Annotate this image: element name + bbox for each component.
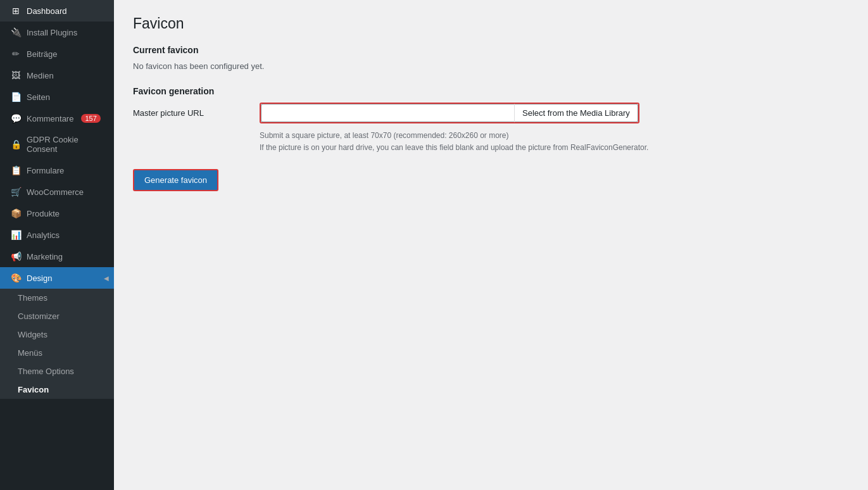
marketing-icon: 📢 [10,251,22,261]
sidebar-item-kommentare[interactable]: 💬 Kommentare 157 [0,108,114,129]
sidebar-subitem-menus[interactable]: Menüs [0,344,114,362]
plugin-icon: 🔌 [10,27,22,37]
sidebar-item-label: Dashboard [27,6,67,16]
sidebar-item-label: WooCommerce [27,187,84,197]
analytics-icon: 📊 [10,230,22,240]
sidebar-item-label: Design [27,273,52,283]
master-picture-row: Master picture URL Select from the Media… [133,103,849,123]
gdpr-icon: 🔒 [10,139,22,149]
page-title: Favicon [133,15,849,32]
sidebar-item-marketing[interactable]: 📢 Marketing [0,246,114,267]
pages-icon: 📄 [10,92,22,102]
design-submenu: Themes Customizer Widgets Menüs Theme Op… [0,289,114,399]
sidebar-item-label: Formulare [27,166,64,175]
sidebar-item-woocommerce[interactable]: 🛒 WooCommerce [0,181,114,203]
master-picture-label: Master picture URL [133,108,260,118]
sidebar-item-design[interactable]: 🎨 Design ◀ [0,267,114,289]
master-picture-input[interactable] [261,104,514,122]
chevron-icon: ◀ [104,275,109,282]
forms-icon: 📋 [10,165,22,175]
media-library-button[interactable]: Select from the Media Library [514,104,638,122]
comments-icon: 💬 [10,113,22,123]
favicon-generation-section: Favicon generation Master picture URL Se… [133,86,849,191]
generation-title: Favicon generation [133,86,849,96]
sidebar-subitem-widgets[interactable]: Widgets [0,325,114,344]
sidebar-item-medien[interactable]: 🖼 Medien [0,65,114,86]
generate-favicon-button[interactable]: Generate favicon [133,169,218,191]
hint-line1: Submit a square picture, at least 70x70 … [260,130,849,142]
field-hint: Submit a square picture, at least 70x70 … [260,130,849,154]
sidebar-item-label: Seiten [27,92,50,102]
posts-icon: ✏ [10,49,22,59]
sidebar-item-label: GDPR Cookie Consent [27,135,106,154]
sidebar: ⊞ Dashboard 🔌 Install Plugins ✏ Beiträge… [0,0,114,490]
sidebar-item-seiten[interactable]: 📄 Seiten [0,86,114,108]
sidebar-subitem-favicon[interactable]: Favicon [0,380,114,399]
sidebar-item-install-plugins[interactable]: 🔌 Install Plugins [0,22,114,43]
comments-badge: 157 [81,114,100,123]
sidebar-item-dashboard[interactable]: ⊞ Dashboard [0,0,114,22]
sidebar-item-gdpr[interactable]: 🔒 GDPR Cookie Consent [0,129,114,160]
sidebar-item-label: Produkte [27,209,60,218]
sidebar-item-label: Beiträge [27,49,57,59]
sidebar-item-formulare[interactable]: 📋 Formulare [0,160,114,181]
sidebar-subitem-theme-options[interactable]: Theme Options [0,362,114,380]
hint-line2: If the picture is on your hard drive, yo… [260,142,849,154]
sidebar-item-label: Kommentare [27,114,73,123]
sidebar-item-label: Install Plugins [27,28,77,37]
sidebar-item-label: Analytics [27,230,60,240]
products-icon: 📦 [10,208,22,218]
sidebar-item-label: Medien [27,71,54,80]
current-favicon-title: Current favicon [133,45,849,55]
master-picture-input-group: Select from the Media Library [260,103,639,123]
current-favicon-text: No favicon has been configured yet. [133,61,849,71]
woo-icon: 🛒 [10,187,22,197]
sidebar-item-produkte[interactable]: 📦 Produkte [0,203,114,224]
media-icon: 🖼 [10,70,22,80]
sidebar-subitem-customizer[interactable]: Customizer [0,307,114,325]
dashboard-icon: ⊞ [10,6,22,16]
sidebar-item-beitrage[interactable]: ✏ Beiträge [0,43,114,65]
sidebar-item-label: Marketing [27,252,63,261]
sidebar-item-analytics[interactable]: 📊 Analytics [0,224,114,246]
sidebar-subitem-themes[interactable]: Themes [0,289,114,307]
design-icon: 🎨 [10,273,22,283]
main-content: Favicon Current favicon No favicon has b… [114,0,868,490]
